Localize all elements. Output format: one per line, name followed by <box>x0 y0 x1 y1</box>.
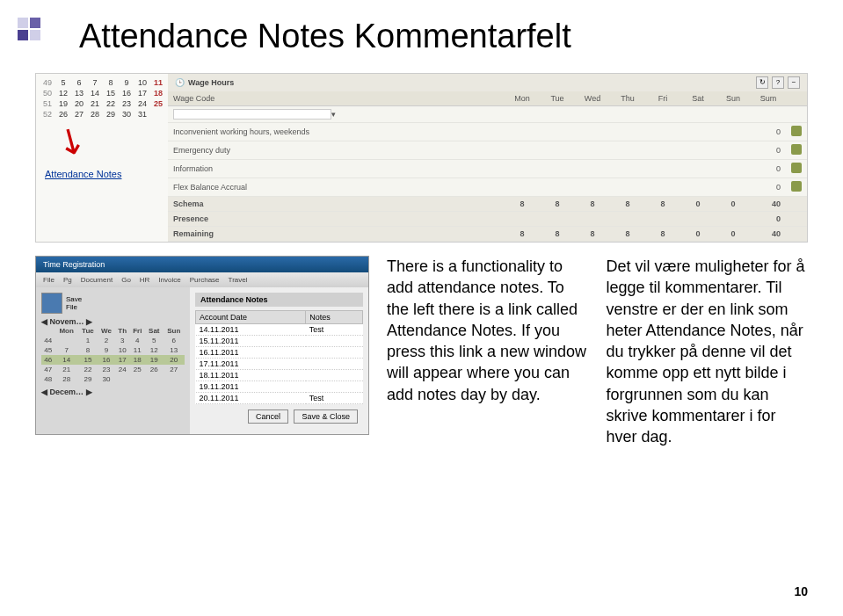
slide-bullet-decoration <box>18 18 53 53</box>
table-row: 20.11.2011Test <box>196 393 363 404</box>
table-row: Information0 <box>168 160 807 178</box>
wage-hours-screenshot: 4956789101150121314151617185119202122232… <box>35 73 808 243</box>
toolbar: FilePgDocumentGoHRInvoicePurchaseTravel <box>36 272 368 287</box>
toolbar-item[interactable]: Go <box>121 276 131 284</box>
delete-icon[interactable] <box>791 144 802 155</box>
wage-hours-table: Wage CodeMonTueWedThuFriSatSunSum ▾ Inco… <box>168 91 807 242</box>
attendance-notes-dialog-screenshot: Time Registration FilePgDocumentGoHRInvo… <box>35 256 369 435</box>
delete-icon[interactable] <box>791 126 802 136</box>
table-row: 19.11.2011 <box>196 381 363 393</box>
mini-calendar: 4956789101150121314151617185119202122232… <box>40 77 166 120</box>
calendar-next-month: ◀ Decem… ▶ <box>41 388 185 396</box>
table-row: Schema888880040 <box>168 197 807 212</box>
table-row: Emergency duty0 <box>168 141 807 160</box>
toolbar-item[interactable]: HR <box>140 276 150 284</box>
delete-icon[interactable] <box>791 181 802 192</box>
page-number: 10 <box>794 584 808 598</box>
body-text-english: There is a functionality to add attendan… <box>387 256 589 448</box>
month-calendar[interactable]: MonTueWeThFriSatSun 44123456457891011121… <box>41 326 185 384</box>
red-arrow-icon: ↘ <box>49 115 95 165</box>
wage-code-dropdown-row: ▾ <box>168 106 807 123</box>
refresh-button[interactable]: ↻ <box>756 76 768 89</box>
save-icon[interactable] <box>41 293 62 314</box>
table-row: 16.11.2011 <box>196 347 363 359</box>
notes-table[interactable]: Account DateNotes 14.11.2011Test15.11.20… <box>195 310 363 404</box>
wage-panel-title: Wage Hours <box>188 78 234 87</box>
table-row: Presence0 <box>168 212 807 227</box>
cancel-button[interactable]: Cancel <box>248 409 288 424</box>
delete-icon[interactable] <box>791 163 802 173</box>
help-button[interactable]: ? <box>772 76 784 89</box>
table-row: Flex Balance Accrual0 <box>168 178 807 197</box>
menubar: Time Registration <box>36 257 368 272</box>
body-text-norwegian: Det vil være muligheter for å legge til … <box>607 256 809 448</box>
clock-icon: 🕒 <box>175 78 185 87</box>
notes-panel-title: Attendance Notes <box>195 293 363 307</box>
toolbar-item[interactable]: Travel <box>229 276 248 284</box>
toolbar-item[interactable]: Invoice <box>158 276 180 284</box>
file-label: File <box>66 303 82 311</box>
toolbar-item[interactable]: Purchase <box>190 276 220 284</box>
table-row: Inconvenient working hours, weekends0 <box>168 123 807 141</box>
save-label: Save <box>66 295 82 303</box>
toolbar-item[interactable]: File <box>43 276 55 284</box>
table-row: 14.11.2011Test <box>196 324 363 336</box>
attendance-notes-link[interactable]: Attendance Notes <box>45 169 164 179</box>
calendar-month-label: ◀ Novem… ▶ <box>41 317 185 326</box>
toolbar-item[interactable]: Document <box>81 276 113 284</box>
wage-code-dropdown[interactable] <box>173 109 331 120</box>
minimize-button[interactable]: − <box>788 76 800 89</box>
toolbar-item[interactable]: Pg <box>63 276 72 284</box>
save-close-button[interactable]: Save & Close <box>294 409 358 424</box>
table-row: 18.11.2011 <box>196 370 363 381</box>
chevron-down-icon[interactable]: ▾ <box>331 110 336 119</box>
table-row: 15.11.2011 <box>196 336 363 347</box>
table-row: 17.11.2011 <box>196 359 363 370</box>
table-row: Remaining888880040 <box>168 227 807 242</box>
page-title: Attendance Notes Kommentarfelt <box>79 18 808 55</box>
